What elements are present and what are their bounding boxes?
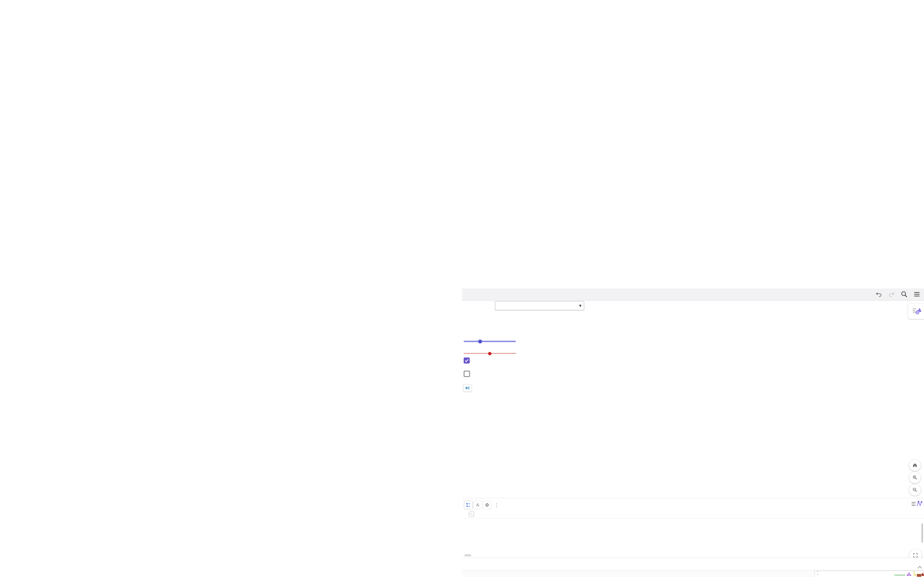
algebra-list-header: − — [462, 510, 924, 519]
tree-view-button[interactable] — [464, 501, 473, 509]
zoom-out-button[interactable] — [909, 484, 921, 496]
arc-length-slider[interactable] — [464, 341, 516, 342]
fx-view-button[interactable]: fx — [473, 501, 482, 509]
arc-position-slider-knob[interactable] — [488, 352, 491, 355]
graphics-view[interactable] — [462, 300, 924, 498]
algebra-header-strip: fx ⚙ ⋮ — [462, 498, 924, 510]
arc-length-slider-knob[interactable] — [477, 339, 483, 344]
curvature-tangent-checkbox[interactable] — [464, 358, 470, 364]
geogebra-logo — [912, 501, 922, 507]
sparkline-red — [922, 571, 924, 576]
tab-notch — [464, 554, 471, 556]
chevron-down-icon[interactable]: ▼ — [577, 304, 584, 308]
app-quadrant: ▼ fx ⚙ ⋮ — [462, 288, 924, 577]
sparkline-purple — [906, 571, 913, 576]
tracing-checkbox[interactable] — [464, 371, 470, 377]
function-input[interactable]: ▼ — [495, 301, 584, 310]
collapse-minus-button[interactable]: − — [469, 512, 474, 517]
home-button[interactable] — [909, 459, 921, 471]
scrollbar[interactable] — [922, 524, 923, 543]
zoom-in-button[interactable] — [909, 472, 921, 483]
sparkline-green — [894, 571, 905, 575]
graphics-settings-card[interactable] — [908, 304, 924, 319]
settings-gear-button[interactable]: ⚙ — [483, 501, 491, 509]
undo-icon[interactable] — [875, 290, 883, 298]
redo-icon[interactable] — [888, 290, 895, 298]
sparkline-brown — [917, 574, 921, 577]
menu-icon[interactable] — [913, 290, 921, 298]
animation-step-button[interactable] — [463, 384, 472, 392]
chevron-up-icon[interactable] — [918, 566, 922, 571]
browser-chrome — [462, 558, 924, 571]
sparkline-yellow — [913, 571, 917, 576]
ggb-toolbar — [462, 288, 924, 301]
search-icon[interactable] — [900, 290, 908, 298]
strip-kebab-icon[interactable]: ⋮ — [494, 502, 499, 508]
monitor-chevrons-icon: ⌃⌃ — [816, 571, 819, 577]
taskbar: ⌃⌃ — [462, 570, 924, 577]
